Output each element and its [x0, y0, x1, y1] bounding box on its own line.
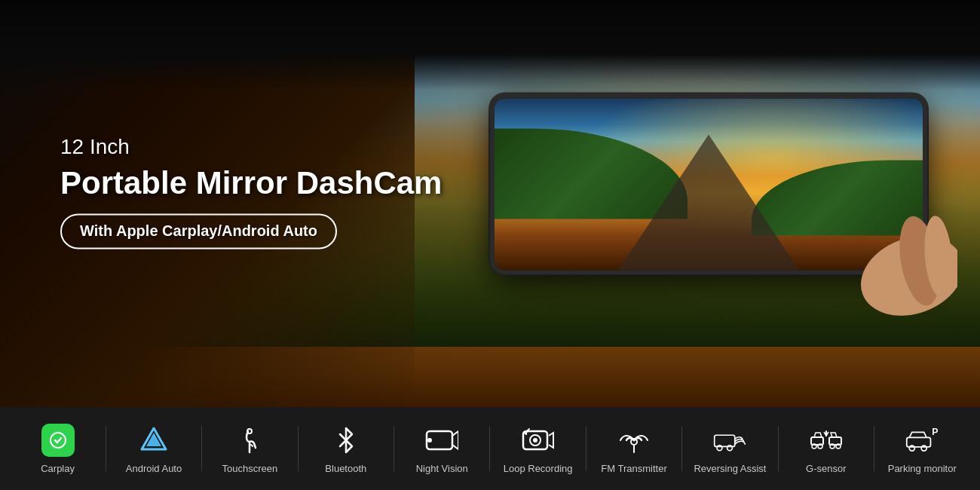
feature-touchscreen: Touchscreen — [212, 424, 287, 474]
sep-8 — [778, 426, 779, 471]
hand-illustration — [822, 201, 957, 324]
product-badge: With Apple Carplay/Android Auto — [60, 213, 337, 249]
night-vision-label: Night Vision — [416, 463, 468, 474]
reversing-assist-label: Reversing Assist — [694, 463, 766, 474]
top-overlay — [0, 0, 980, 90]
bluetooth-icon — [329, 424, 363, 457]
android-auto-icon — [137, 424, 170, 457]
parking-monitor-icon: P — [905, 424, 939, 457]
touchscreen-icon — [233, 424, 266, 457]
feature-bluetooth: Bluetooth — [308, 424, 384, 474]
reversing-assist-icon — [713, 424, 746, 457]
android-auto-label: Android Auto — [126, 463, 182, 474]
hero-text: 12 Inch Portable Mirror DashCam With App… — [60, 135, 442, 249]
carplay-icon — [41, 424, 75, 457]
sep-5 — [489, 426, 490, 471]
feature-night-vision: Night Vision — [404, 424, 479, 474]
sep-3 — [298, 426, 299, 471]
svg-text:P: P — [932, 426, 938, 436]
hero-section: 12 Inch Portable Mirror DashCam With App… — [0, 0, 980, 407]
product-name: Portable Mirror DashCam — [60, 165, 442, 201]
fm-transmitter-label: FM Transmitter — [601, 463, 666, 474]
svg-rect-21 — [829, 437, 841, 445]
loop-recording-label: Loop Recording — [504, 463, 573, 474]
night-vision-icon — [425, 424, 458, 457]
svg-point-6 — [247, 429, 252, 433]
feature-parking-monitor: P Parking monitor — [884, 424, 960, 474]
svg-rect-15 — [715, 435, 735, 446]
g-sensor-label: G-sensor — [806, 463, 846, 474]
main-container: 12 Inch Portable Mirror DashCam With App… — [0, 0, 980, 490]
svg-rect-18 — [811, 437, 823, 445]
sep-4 — [394, 426, 394, 471]
feature-carplay: Carplay — [20, 424, 96, 474]
sep-9 — [874, 426, 874, 471]
svg-point-12 — [533, 438, 537, 443]
svg-point-9 — [427, 438, 432, 443]
feature-bar: Carplay Android Auto — [0, 407, 980, 490]
carplay-label: Carplay — [41, 463, 75, 474]
touchscreen-label: Touchscreen — [222, 463, 278, 474]
g-sensor-icon — [810, 424, 843, 457]
sep-2 — [201, 426, 202, 471]
sep-7 — [681, 426, 682, 471]
fm-transmitter-icon — [617, 424, 651, 457]
feature-android-auto: Android Auto — [116, 424, 191, 474]
feature-reversing-assist: Reversing Assist — [692, 424, 767, 474]
feature-g-sensor: G-sensor — [789, 424, 864, 474]
product-size: 12 Inch — [60, 135, 442, 159]
loop-recording-icon — [522, 424, 555, 457]
feature-loop-recording: Loop Recording — [501, 424, 576, 474]
feature-fm-transmitter: FM Transmitter — [596, 424, 672, 474]
sep-1 — [106, 426, 106, 471]
parking-monitor-label: Parking monitor — [888, 463, 957, 474]
sep-6 — [586, 426, 586, 471]
bluetooth-label: Bluetooth — [325, 463, 366, 474]
mirror-road — [618, 134, 799, 270]
